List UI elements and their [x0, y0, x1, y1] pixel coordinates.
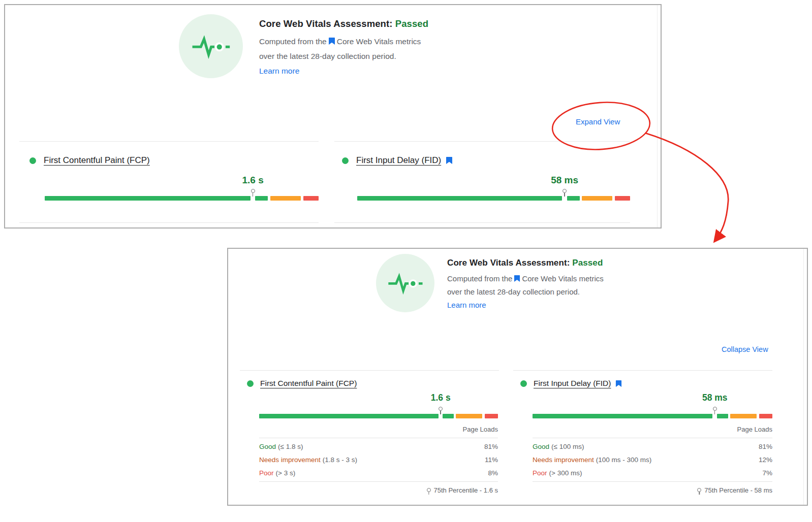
collapse-view-link[interactable]: Collapse View — [722, 345, 768, 353]
learn-more-link[interactable]: Learn more — [447, 301, 486, 309]
bar-segment-poor — [485, 414, 498, 418]
metric-detail-table: Page Loads Good(≤ 100 ms) 81% Needs impr… — [533, 426, 772, 494]
assessment-title: Core Web Vitals Assessment: Passed — [447, 258, 604, 268]
bar-segment-good — [567, 196, 580, 201]
assessment-description: Computed from theCore Web Vitals metrics… — [259, 34, 428, 78]
bar-segment-poor — [759, 414, 772, 418]
column-divider — [19, 141, 319, 142]
bar-segment-good — [45, 196, 251, 201]
bar-segment-good — [357, 196, 562, 201]
table-row-needs-improvement: Needs improvement(100 ms - 300 ms) 12% — [533, 453, 772, 466]
metric-value: 58 ms — [702, 393, 728, 403]
percentile-marker-pin-icon — [713, 407, 717, 414]
good-status-dot-icon — [520, 380, 527, 387]
learn-more-link[interactable]: Learn more — [259, 67, 299, 75]
metric-distribution-bar — [533, 414, 772, 418]
column-divider — [334, 141, 630, 142]
metric-distribution-bar — [45, 196, 319, 201]
percentile-marker-pin-icon — [563, 189, 567, 197]
bar-segment-good — [533, 414, 712, 418]
assessment-title-text: Core Web Vitals Assessment: — [259, 18, 393, 29]
assessment-title-text: Core Web Vitals Assessment: — [447, 258, 570, 268]
metric-distribution-bar — [357, 196, 630, 201]
scrollbar-track — [657, 5, 658, 227]
good-status-dot-icon — [342, 157, 349, 164]
page-loads-header: Page Loads — [259, 426, 498, 438]
bar-segment-needs-improvement — [270, 196, 301, 201]
section-divider — [334, 222, 630, 223]
percentile-footer: 75th Percentile - 58 ms — [533, 486, 772, 494]
percentile-pin-icon — [427, 488, 431, 492]
table-row-needs-improvement: Needs improvement(1.8 s - 3 s) 11% — [259, 453, 498, 466]
metric-fid: First Input Delay (FID) 58 ms — [342, 155, 630, 166]
status-badge: Passed — [395, 18, 428, 29]
pulse-heartbeat-icon — [179, 14, 243, 78]
assessment-title: Core Web Vitals Assessment: Passed — [259, 18, 428, 29]
cwv-expanded-panel: Core Web Vitals Assessment: Passed Compu… — [227, 248, 808, 506]
bar-segment-poor — [303, 196, 319, 201]
section-divider — [19, 222, 319, 223]
assessment-header: Core Web Vitals Assessment: Passed Compu… — [447, 258, 604, 312]
pulse-heartbeat-icon — [376, 254, 434, 312]
description-text: over the latest 28-day collection period… — [447, 287, 580, 296]
column-divider — [240, 370, 499, 371]
bar-segment-needs-improvement — [456, 414, 482, 418]
percentile-pin-icon — [697, 488, 701, 492]
table-row-poor: Poor(> 300 ms) 7% — [533, 466, 772, 479]
percentile-marker-pin-icon — [251, 189, 255, 197]
good-status-dot-icon — [247, 380, 254, 387]
metric-detail-table: Page Loads Good(≤ 1.8 s) 81% Needs impro… — [259, 426, 498, 494]
column-divider — [513, 370, 772, 371]
metric-fid-link[interactable]: First Input Delay (FID) — [534, 379, 611, 388]
percentile-footer: 75th Percentile - 1.6 s — [259, 486, 498, 494]
good-status-dot-icon — [29, 157, 36, 164]
description-text: Core Web Vitals metrics — [522, 274, 603, 283]
bar-segment-good — [259, 414, 439, 418]
scrollbar-track — [803, 249, 804, 505]
table-row-good: Good(≤ 1.8 s) 81% — [259, 440, 498, 453]
bar-segment-good — [443, 414, 454, 418]
bar-segment-needs-improvement — [582, 196, 612, 201]
metric-value: 1.6 s — [431, 393, 451, 403]
cwv-collapsed-panel: Core Web Vitals Assessment: Passed Compu… — [4, 4, 662, 229]
percentile-marker-pin-icon — [439, 407, 443, 414]
bar-segment-good — [255, 196, 268, 201]
metric-value: 58 ms — [551, 175, 578, 186]
bar-segment-poor — [615, 196, 630, 201]
metric-fcp-link[interactable]: First Contentful Paint (FCP) — [260, 379, 357, 388]
description-text: Core Web Vitals metrics — [337, 37, 421, 46]
bookmark-icon[interactable] — [615, 380, 622, 387]
description-text: Computed from the — [259, 37, 327, 46]
metric-fcp: First Contentful Paint (FCP) 1.6 s — [29, 155, 319, 166]
expand-view-link[interactable]: Expand View — [576, 117, 620, 126]
bookmark-icon[interactable] — [446, 156, 453, 165]
status-badge: Passed — [572, 258, 603, 268]
table-row-poor: Poor(> 3 s) 8% — [259, 466, 498, 479]
metric-value: 1.6 s — [242, 175, 263, 186]
description-text: Computed from the — [447, 274, 512, 283]
description-text: over the latest 28-day collection period… — [259, 52, 396, 60]
metric-distribution-bar — [259, 414, 498, 418]
page-loads-header: Page Loads — [533, 426, 772, 438]
metric-fid-link[interactable]: First Input Delay (FID) — [356, 155, 441, 166]
metric-fid: First Input Delay (FID) 58 ms Page Loads… — [520, 379, 772, 388]
assessment-header: Core Web Vitals Assessment: Passed Compu… — [259, 18, 428, 78]
table-row-good: Good(≤ 100 ms) 81% — [533, 440, 772, 453]
assessment-description: Computed from theCore Web Vitals metrics… — [447, 272, 604, 312]
bookmark-icon — [328, 37, 335, 45]
metric-fcp-link[interactable]: First Contentful Paint (FCP) — [44, 155, 150, 166]
bookmark-icon — [514, 275, 520, 282]
bar-segment-good — [717, 414, 728, 418]
bar-segment-needs-improvement — [730, 414, 757, 418]
metric-fcp: First Contentful Paint (FCP) 1.6 s Page … — [247, 379, 498, 388]
